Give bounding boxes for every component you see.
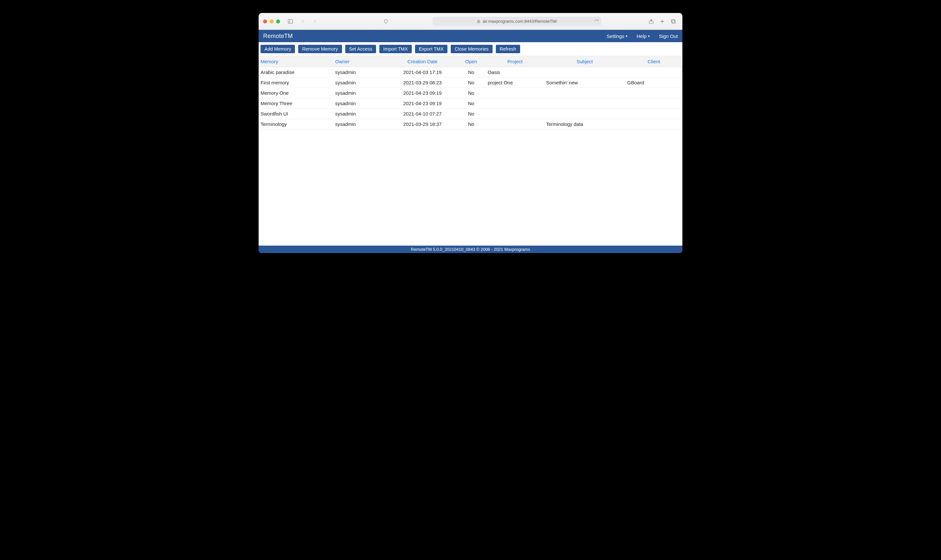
window-controls: [263, 20, 280, 23]
cell-project: [486, 88, 544, 98]
table-row[interactable]: Arabic paradisesysadmin2021-04-03 17:19N…: [258, 67, 683, 77]
table-body: Arabic paradisesysadmin2021-04-03 17:19N…: [258, 67, 683, 129]
table-row[interactable]: Swordfish UIsysadmin2021-04-10 07:27No: [258, 109, 683, 119]
cell-owner: sysadmin: [333, 109, 388, 119]
close-memories-button[interactable]: Close Memories: [451, 45, 492, 53]
cell-subject: Terminology data: [544, 119, 625, 129]
refresh-button[interactable]: Refresh: [496, 45, 520, 53]
chevron-down-icon: ▾: [648, 34, 650, 38]
svg-rect-6: [672, 20, 675, 23]
browser-chrome: air.maxprograms.com:8443/RemoteTM/: [258, 13, 683, 30]
cell-project: [486, 109, 544, 119]
cell-owner: sysadmin: [333, 67, 388, 77]
table-row[interactable]: Terminologysysadmin2021-03-29 18:37NoTer…: [258, 119, 683, 129]
browser-window: air.maxprograms.com:8443/RemoteTM/: [258, 13, 683, 253]
cell-date: 2021-04-23 09:19: [388, 88, 457, 98]
cell-subject: Somethin' new: [544, 77, 625, 88]
memories-table-container: Memory Owner Creation Date Open Project …: [258, 56, 683, 246]
col-header-subject[interactable]: Subject: [544, 56, 625, 67]
cell-owner: sysadmin: [333, 88, 388, 98]
cell-date: 2021-03-29 08:23: [388, 77, 457, 88]
sidebar-toggle-button[interactable]: [286, 17, 295, 26]
footer: RemoteTM 5.0.0_20210410_0843 © 2008 - 20…: [258, 246, 683, 253]
cell-open: No: [457, 109, 486, 119]
cell-subject: [544, 67, 625, 77]
share-button[interactable]: [647, 17, 656, 26]
cell-owner: sysadmin: [333, 119, 388, 129]
cell-date: 2021-04-03 17:19: [388, 67, 457, 77]
browser-right-controls: [647, 17, 678, 26]
cell-date: 2021-04-23 09:19: [388, 98, 457, 109]
help-menu[interactable]: Help ▾: [637, 34, 650, 39]
url-text: air.maxprograms.com:8443/RemoteTM/: [483, 19, 557, 24]
table-row[interactable]: Memory Onesysadmin2021-04-23 09:19No: [258, 88, 683, 98]
maximize-window-button[interactable]: [276, 20, 280, 23]
settings-menu[interactable]: Settings ▾: [607, 34, 627, 39]
table-row[interactable]: First memorysysadmin2021-03-29 08:23Nopr…: [258, 77, 683, 88]
cell-memory: Swordfish UI: [258, 109, 333, 119]
add-memory-button[interactable]: Add Memory: [261, 45, 295, 53]
cell-subject: [544, 98, 625, 109]
cell-date: 2021-04-10 07:27: [388, 109, 457, 119]
minimize-window-button[interactable]: [270, 20, 274, 23]
close-window-button[interactable]: [263, 20, 267, 23]
table-header-row: Memory Owner Creation Date Open Project …: [258, 56, 683, 67]
cell-project: [486, 119, 544, 129]
svg-rect-2: [478, 21, 480, 23]
settings-label: Settings: [607, 34, 624, 39]
app-title: RemoteTM: [263, 33, 293, 40]
address-bar[interactable]: air.maxprograms.com:8443/RemoteTM/: [432, 17, 601, 26]
cell-subject: [544, 109, 625, 119]
remove-memory-button[interactable]: Remove Memory: [298, 45, 342, 53]
cell-open: No: [457, 77, 486, 88]
cell-project: project One: [486, 77, 544, 88]
cell-open: No: [457, 88, 486, 98]
chevron-down-icon: ▾: [626, 34, 627, 38]
cell-subject: [544, 88, 625, 98]
app-header: RemoteTM Settings ▾ Help ▾ Sign Out: [258, 30, 683, 42]
svg-rect-0: [288, 20, 293, 23]
cell-client: [625, 67, 683, 77]
signout-label: Sign Out: [659, 34, 678, 39]
cell-client: [625, 109, 683, 119]
memories-table: Memory Owner Creation Date Open Project …: [258, 56, 683, 129]
cell-owner: sysadmin: [333, 98, 388, 109]
cell-client: [625, 88, 683, 98]
toolbar: Add Memory Remove Memory Set Access Impo…: [258, 42, 683, 56]
col-header-memory[interactable]: Memory: [258, 56, 333, 67]
back-button[interactable]: [298, 17, 307, 26]
signout-link[interactable]: Sign Out: [659, 34, 678, 39]
cell-project: [486, 98, 544, 109]
cell-owner: sysadmin: [333, 77, 388, 88]
table-row[interactable]: Memory Threesysadmin2021-04-23 09:19No: [258, 98, 683, 109]
reload-button[interactable]: [594, 19, 599, 24]
cell-client: [625, 98, 683, 109]
set-access-button[interactable]: Set Access: [345, 45, 377, 53]
cell-memory: Memory One: [258, 88, 333, 98]
svg-rect-7: [671, 20, 675, 23]
cell-client: GBoard: [625, 77, 683, 88]
cell-open: No: [457, 98, 486, 109]
new-tab-button[interactable]: [658, 17, 667, 26]
cell-memory: First memory: [258, 77, 333, 88]
help-label: Help: [637, 34, 647, 39]
import-tmx-button[interactable]: Import TMX: [379, 45, 411, 53]
cell-client: [625, 119, 683, 129]
export-tmx-button[interactable]: Export TMX: [415, 45, 447, 53]
cell-open: No: [457, 67, 486, 77]
col-header-project[interactable]: Project: [486, 56, 544, 67]
col-header-client[interactable]: Client: [625, 56, 683, 67]
footer-text: RemoteTM 5.0.0_20210410_0843 © 2008 - 20…: [411, 247, 530, 252]
tabs-overview-button[interactable]: [669, 17, 678, 26]
col-header-owner[interactable]: Owner: [333, 56, 388, 67]
cell-memory: Memory Three: [258, 98, 333, 109]
lock-icon: [477, 20, 481, 23]
cell-project: Oasis: [486, 67, 544, 77]
cell-memory: Arabic paradise: [258, 67, 333, 77]
forward-button[interactable]: [311, 17, 320, 26]
privacy-shield-button[interactable]: [381, 17, 391, 26]
col-header-date[interactable]: Creation Date: [388, 56, 457, 67]
cell-memory: Terminology: [258, 119, 333, 129]
col-header-open[interactable]: Open: [457, 56, 486, 67]
cell-date: 2021-03-29 18:37: [388, 119, 457, 129]
